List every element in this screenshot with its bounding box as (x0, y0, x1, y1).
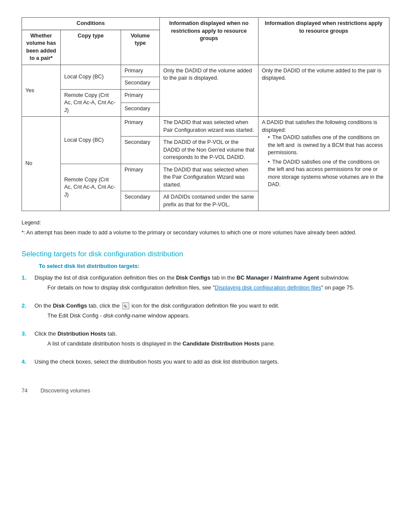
no-restrictions-primary-remote: The DADID that was selected when the Pai… (160, 164, 258, 191)
col-whether-header: Whether volume has been added to a pair* (22, 30, 61, 65)
with-restrictions-yes: Only the DADID of the volume added to th… (258, 65, 389, 117)
candidate-distribution-hosts-bold: Candidate Distribution Hosts (183, 340, 260, 347)
legend-label: Legend: (22, 219, 389, 227)
table-row: No Local Copy (BC) Primary The DADID tha… (22, 117, 389, 137)
col-copy-type-header: Copy type (61, 30, 121, 65)
section-heading: Selecting targets for disk configuration… (22, 250, 389, 258)
volume-primary-4: Primary (121, 164, 160, 191)
volume-secondary-3: Secondary (121, 137, 160, 164)
local-copy-bc: Local Copy (BC) (61, 65, 121, 89)
col-with-restrictions-header: Information displayed when restrictions … (258, 18, 389, 65)
step-3-num: 3. (22, 330, 34, 352)
volume-secondary-1: Secondary (121, 77, 160, 90)
link-displaying[interactable]: Displaying disk configuration definition… (215, 284, 321, 291)
step-1: 1. Display the list of disk configuratio… (22, 274, 389, 296)
distribution-hosts-bold: Distribution Hosts (57, 330, 106, 337)
pair-yes: Yes (22, 65, 61, 117)
bullet-item: The DADID satisfies one of the condition… (268, 134, 386, 157)
no-restrictions-secondary-remote: All DADIDs contained under the same pref… (160, 191, 258, 211)
no-restrictions-primary-local: The DADID that was selected when Pair Co… (160, 117, 258, 137)
steps-list: 1. Display the list of disk configuratio… (22, 274, 389, 366)
step-3-text: Click the Distribution Hosts tab. (34, 330, 117, 337)
table-row: Yes Local Copy (BC) Primary Only the DAD… (22, 65, 389, 77)
step-4-num: 4. (22, 358, 34, 366)
step-2-num: 2. (22, 302, 34, 324)
no-restrictions-yes: Only the DADID of the volume added to th… (160, 65, 258, 117)
volume-secondary-2: Secondary (121, 103, 160, 117)
step-2: 2. On the Disk Configs tab, click the ic… (22, 302, 389, 324)
remote-copy-no: Remote Copy (Cnt Ac, Cnt Ac-A, Cnt Ac-J) (61, 164, 121, 211)
step-2-note: The Edit Disk Config - disk-config-name … (47, 311, 389, 320)
disk-configs-bold-2: Disk Configs (53, 302, 87, 309)
volume-primary-1: Primary (121, 65, 160, 77)
col-volume-type-header: Volume type (121, 30, 160, 65)
remote-copy-yes: Remote Copy (Cnt Ac, Cnt Ac-A, Cnt Ac-J) (61, 89, 121, 117)
conditions-header: Conditions (22, 18, 160, 30)
step-1-num: 1. (22, 274, 34, 296)
with-restrictions-no: A DADID that satisfies the following con… (258, 117, 389, 211)
bc-manager-bold: BC Manager / Mainframe Agent (237, 274, 319, 281)
with-restrictions-bullets: The DADID satisfies one of the condition… (268, 134, 386, 189)
sub-heading: To select disk list distribution targets… (39, 263, 389, 269)
conditions-table: Conditions Information displayed when no… (22, 17, 389, 211)
step-4-text: Using the check boxes, select the distri… (34, 358, 279, 365)
volume-primary-2: Primary (121, 89, 160, 103)
with-restrictions-no-text: A DADID that satisfies the following con… (262, 119, 377, 133)
local-copy-bc-no: Local Copy (BC) (61, 117, 121, 164)
bullet-item: The DADID satisfies one of the condition… (268, 159, 386, 189)
footer-text: Discovering volumes (40, 388, 90, 394)
step-2-text: On the Disk Configs tab, click the icon … (34, 302, 279, 309)
volume-primary-3: Primary (121, 117, 160, 137)
step-4: 4. Using the check boxes, select the dis… (22, 358, 389, 366)
page-footer: 74 Discovering volumes (22, 388, 389, 394)
disk-configs-bold-1: Disk Configs (176, 274, 210, 281)
step-2-content: On the Disk Configs tab, click the icon … (34, 302, 389, 324)
step-1-note: For details on how to display disk confi… (47, 283, 389, 292)
step-1-text: Display the list of disk configuration d… (34, 274, 349, 281)
col-no-restrictions-header: Information displayed when no restrictio… (160, 18, 258, 65)
legend-section: Legend: *: An attempt has been made to a… (22, 219, 389, 237)
step-4-content: Using the check boxes, select the distri… (34, 358, 389, 366)
legend-note: *: An attempt has been made to add a vol… (22, 229, 389, 237)
pair-no: No (22, 117, 61, 211)
volume-secondary-4: Secondary (121, 191, 160, 211)
page-number: 74 (22, 388, 28, 394)
step-1-content: Display the list of disk configuration d… (34, 274, 389, 296)
disk-config-name: disk-config-name (103, 312, 146, 319)
step-3-content: Click the Distribution Hosts tab. A list… (34, 330, 389, 352)
step-3-note: A list of candidate distribution hosts i… (47, 339, 389, 348)
no-restrictions-secondary-local: The DADID of the P-VOL or the DADID of t… (160, 137, 258, 164)
step-3: 3. Click the Distribution Hosts tab. A l… (22, 330, 389, 352)
edit-icon (122, 302, 129, 309)
